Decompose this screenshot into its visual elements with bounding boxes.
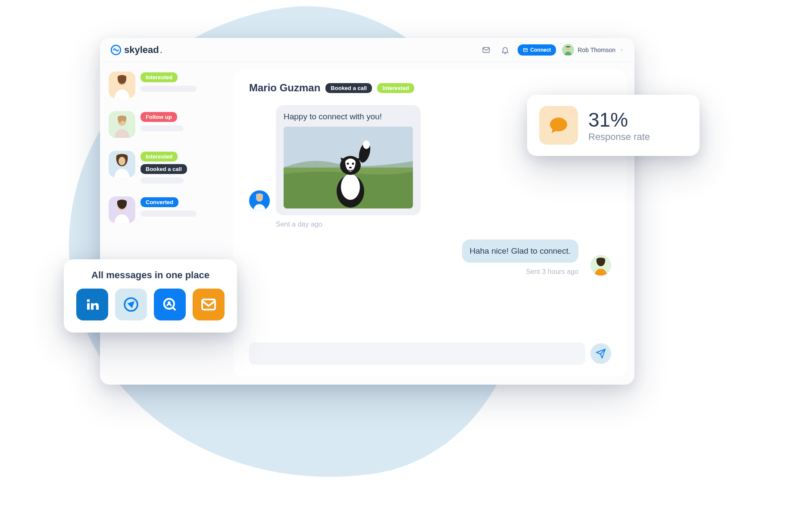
mail-icon[interactable]	[193, 289, 225, 320]
contact-body: Follow up	[141, 111, 225, 138]
contact-body: Interested Booked a call	[141, 151, 225, 183]
compass-icon[interactable]	[115, 289, 147, 320]
svg-point-3	[566, 47, 570, 50]
logo[interactable]: skylead .	[110, 44, 162, 56]
all-messages-card: All messages in one place	[64, 259, 237, 333]
channel-icons	[75, 289, 226, 320]
message-image	[284, 127, 413, 208]
connect-icon	[523, 47, 528, 53]
tag-interested: Interested	[141, 72, 178, 82]
message-bubble: Haha nice! Glad to connect.	[462, 239, 578, 263]
contact-avatar	[109, 71, 135, 98]
sender-avatar	[249, 190, 270, 211]
chat-header: Mario Guzman Booked a call Interested	[249, 82, 611, 94]
message-text: Haha nice! Glad to connect.	[470, 246, 571, 256]
tag-booked: Booked a call	[325, 83, 372, 93]
message-time: Sent a day ago	[276, 221, 421, 228]
message-time: Sent 3 hours ago	[526, 268, 578, 276]
contact-preview	[141, 177, 184, 183]
message-bubble: Happy to connect with you!	[276, 105, 421, 215]
stat-value: 31%	[588, 108, 650, 131]
brand-dot: .	[160, 44, 162, 56]
tag-followup: Follow up	[141, 112, 177, 122]
card-title: All messages in one place	[75, 270, 226, 281]
connect-label: Connect	[530, 47, 551, 53]
tag-interested: Interested	[141, 152, 178, 162]
svg-point-14	[347, 163, 349, 165]
message-text: Happy to connect with you!	[284, 112, 413, 121]
contact-preview	[141, 125, 184, 131]
contact-item[interactable]: Converted	[109, 196, 225, 223]
message-outgoing: Haha nice! Glad to connect. Sent 3 hours…	[249, 239, 611, 276]
contact-item[interactable]: Interested	[109, 71, 225, 98]
chevron-down-icon	[619, 47, 624, 53]
header: skylead . Connect	[100, 38, 634, 62]
svg-point-5	[119, 157, 125, 165]
chat-bubble-icon	[539, 106, 578, 145]
sender-avatar	[590, 255, 611, 276]
svg-point-13	[363, 140, 370, 149]
contact-preview	[141, 211, 197, 217]
contact-avatar	[109, 111, 135, 138]
linkedin-icon[interactable]	[76, 289, 108, 320]
tag-interested: Interested	[377, 83, 414, 93]
contact-item[interactable]: Interested Booked a call	[109, 151, 225, 183]
mail-icon[interactable]	[480, 44, 493, 56]
user-avatar	[562, 44, 574, 56]
tag-converted: Converted	[141, 197, 178, 207]
brand-name: skylead	[124, 44, 159, 56]
message-input[interactable]	[249, 342, 585, 365]
send-icon	[596, 348, 606, 359]
contact-avatar	[109, 196, 135, 223]
user-name: Rob Thomson	[578, 47, 615, 53]
message-composer	[249, 342, 611, 365]
svg-point-15	[352, 163, 354, 165]
contact-avatar	[109, 151, 135, 177]
stat-label: Response rate	[588, 131, 650, 143]
contact-item[interactable]: Follow up	[109, 111, 225, 138]
response-rate-card: 31% Response rate	[527, 95, 700, 156]
user-menu[interactable]: Rob Thomson	[562, 44, 624, 56]
search-person-icon[interactable]	[154, 289, 186, 320]
contact-preview	[141, 86, 197, 92]
contacts-sidebar: Interested Follow up	[100, 62, 234, 385]
app-window: skylead . Connect	[100, 38, 634, 385]
svg-point-16	[349, 167, 352, 168]
contact-body: Converted	[141, 196, 225, 223]
send-button[interactable]	[590, 343, 611, 364]
svg-point-10	[341, 174, 360, 200]
bell-icon[interactable]	[499, 44, 512, 56]
svg-rect-4	[566, 46, 570, 47]
connect-button[interactable]: Connect	[518, 44, 556, 56]
chat-contact-name: Mario Guzman	[249, 82, 320, 94]
tag-booked: Booked a call	[141, 164, 187, 174]
svg-rect-21	[202, 299, 215, 309]
contact-body: Interested	[141, 71, 225, 98]
logo-icon	[110, 44, 122, 56]
header-right: Connect Rob Thomson	[480, 44, 624, 56]
